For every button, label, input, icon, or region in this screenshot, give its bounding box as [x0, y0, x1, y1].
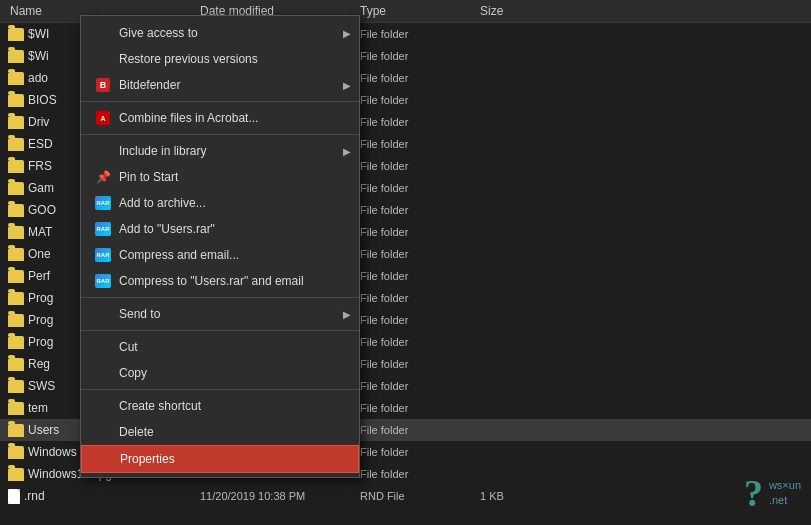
file-name-cell: .rnd	[0, 489, 200, 504]
menu-item-icon	[93, 143, 113, 159]
file-type: File folder	[360, 116, 480, 128]
file-type: File folder	[360, 138, 480, 150]
pin-icon: 📌	[96, 170, 111, 184]
folder-icon	[8, 28, 24, 41]
file-type: File folder	[360, 292, 480, 304]
file-type: File folder	[360, 402, 480, 414]
menu-item-icon: RAR	[93, 273, 113, 289]
menu-separator	[81, 134, 359, 135]
rar-icon: RAR	[95, 196, 111, 210]
menu-item[interactable]: RARAdd to archive...	[81, 190, 359, 216]
menu-item[interactable]: Properties	[81, 445, 359, 473]
menu-item[interactable]: Give access to▶	[81, 20, 359, 46]
menu-item-label: Combine files in Acrobat...	[119, 111, 258, 125]
file-name: SWS	[28, 379, 55, 393]
folder-icon	[8, 50, 24, 63]
file-name: BIOS	[28, 93, 57, 107]
menu-item[interactable]: RARCompress and email...	[81, 242, 359, 268]
menu-item-label: Delete	[119, 425, 154, 439]
menu-item[interactable]: Restore previous versions	[81, 46, 359, 72]
menu-item[interactable]: Cut	[81, 334, 359, 360]
file-name: One	[28, 247, 51, 261]
menu-item[interactable]: Send to▶	[81, 301, 359, 327]
file-name: MAT	[28, 225, 52, 239]
menu-item-icon	[93, 424, 113, 440]
file-name: ESD	[28, 137, 53, 151]
folder-icon	[8, 446, 24, 459]
file-type: File folder	[360, 446, 480, 458]
watermark-icon: ?	[744, 471, 763, 515]
file-type: File folder	[360, 94, 480, 106]
menu-item[interactable]: ACombine files in Acrobat...	[81, 105, 359, 131]
folder-icon	[8, 424, 24, 437]
menu-separator	[81, 330, 359, 331]
folder-icon	[8, 160, 24, 173]
menu-item[interactable]: Create shortcut	[81, 393, 359, 419]
file-type: File folder	[360, 336, 480, 348]
menu-separator	[81, 101, 359, 102]
file-name: GOO	[28, 203, 56, 217]
menu-item-icon: B	[93, 77, 113, 93]
folder-icon	[8, 468, 24, 481]
file-name: tem	[28, 401, 48, 415]
file-name: Prog	[28, 313, 53, 327]
folder-icon	[8, 314, 24, 327]
file-explorer: Name Date modified Type Size $WI 1/18/20…	[0, 0, 811, 525]
menu-item-label: Send to	[119, 307, 160, 321]
file-type: File folder	[360, 28, 480, 40]
menu-item-icon	[93, 51, 113, 67]
menu-item-label: Add to "Users.rar"	[119, 222, 215, 236]
folder-icon	[8, 270, 24, 283]
file-name: $Wi	[28, 49, 49, 63]
file-type: File folder	[360, 380, 480, 392]
file-type: File folder	[360, 468, 480, 480]
file-name: Windows	[28, 445, 77, 459]
file-name: Driv	[28, 115, 49, 129]
col-header-size[interactable]: Size	[480, 4, 560, 18]
folder-icon	[8, 358, 24, 371]
submenu-arrow: ▶	[343, 146, 351, 157]
file-type: File folder	[360, 270, 480, 282]
folder-icon	[8, 226, 24, 239]
menu-item[interactable]: RARCompress to "Users.rar" and email	[81, 268, 359, 294]
file-name: Gam	[28, 181, 54, 195]
file-type: RND File	[360, 490, 480, 502]
menu-item[interactable]: BBitdefender▶	[81, 72, 359, 98]
menu-item[interactable]: RARAdd to "Users.rar"	[81, 216, 359, 242]
folder-icon	[8, 182, 24, 195]
menu-item-label: Compress and email...	[119, 248, 239, 262]
file-name: .rnd	[24, 489, 45, 503]
menu-item[interactable]: Copy	[81, 360, 359, 386]
adobe-icon: A	[96, 111, 110, 125]
menu-item-icon	[93, 365, 113, 381]
menu-item[interactable]: 📌Pin to Start	[81, 164, 359, 190]
folder-icon	[8, 380, 24, 393]
watermark: ? ws×un .net	[744, 471, 801, 515]
menu-item[interactable]: Delete	[81, 419, 359, 445]
context-menu: Give access to▶Restore previous versions…	[80, 15, 360, 478]
menu-item-label: Add to archive...	[119, 196, 206, 210]
col-header-type[interactable]: Type	[360, 4, 480, 18]
menu-item[interactable]: Include in library▶	[81, 138, 359, 164]
menu-item-icon	[93, 306, 113, 322]
file-date: 11/20/2019 10:38 PM	[200, 490, 360, 502]
menu-item-label: Copy	[119, 366, 147, 380]
watermark-text: ws×un .net	[769, 478, 801, 509]
menu-separator	[81, 297, 359, 298]
table-row[interactable]: .rnd 11/20/2019 10:38 PM RND File 1 KB	[0, 485, 811, 507]
file-name: Prog	[28, 291, 53, 305]
file-type: File folder	[360, 50, 480, 62]
file-type: File folder	[360, 204, 480, 216]
rar-icon: RAR	[95, 274, 111, 288]
menu-item-label: Compress to "Users.rar" and email	[119, 274, 304, 288]
bitdefender-icon: B	[96, 78, 110, 92]
file-name: ado	[28, 71, 48, 85]
menu-item-icon	[93, 339, 113, 355]
menu-item-label: Restore previous versions	[119, 52, 258, 66]
folder-icon	[8, 72, 24, 85]
file-size: 1 KB	[480, 490, 560, 502]
file-type: File folder	[360, 182, 480, 194]
rar-icon: RAR	[95, 248, 111, 262]
file-type: File folder	[360, 358, 480, 370]
folder-icon	[8, 116, 24, 129]
